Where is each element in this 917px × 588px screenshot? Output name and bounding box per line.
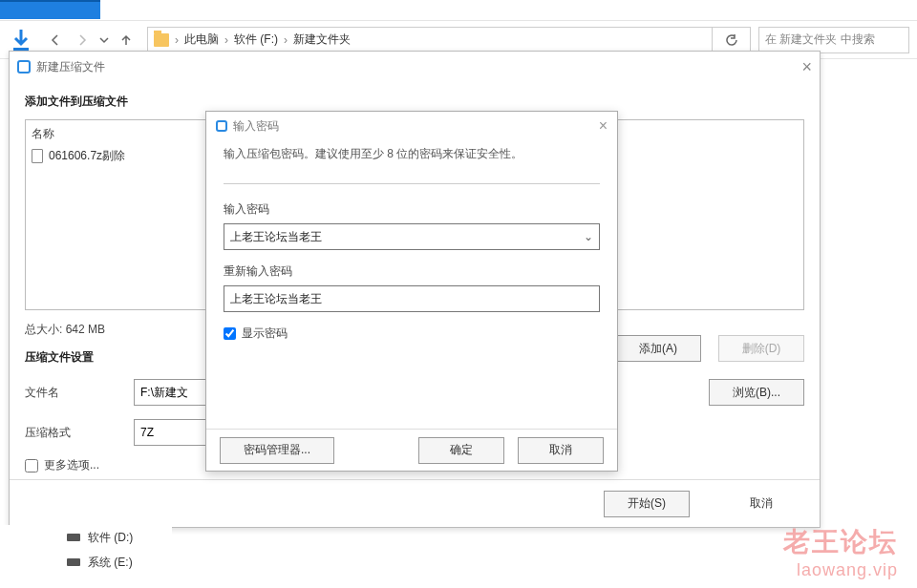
more-options-label: 更多选项...	[44, 457, 99, 473]
remove-button[interactable]: 删除(D)	[718, 335, 804, 362]
watermark: 老王论坛 laowang.vip	[783, 524, 898, 580]
format-label: 压缩格式	[25, 425, 120, 441]
forward-button[interactable]	[69, 27, 96, 53]
password-value: 上老王论坛当老王	[230, 229, 322, 245]
up-button[interactable]	[113, 27, 139, 53]
address-bar[interactable]: › 此电脑 › 软件 (F:) › 新建文件夹	[147, 27, 713, 53]
app-icon	[216, 120, 227, 132]
breadcrumb-drive[interactable]: 软件 (F:)	[234, 32, 278, 48]
sidebar-item-label: 软件 (D:)	[88, 530, 133, 546]
more-options-box[interactable]	[25, 459, 38, 472]
show-password-label: 显示密码	[242, 326, 288, 342]
chevron-down-icon[interactable]: ⌄	[584, 230, 593, 243]
selected-tab-indicator	[0, 0, 100, 19]
folder-icon	[154, 33, 169, 47]
cancel-button[interactable]: 取消	[718, 491, 804, 517]
refresh-button[interactable]	[713, 27, 751, 53]
download-icon	[0, 30, 42, 51]
sidebar-item-label: 系统 (E:)	[88, 555, 133, 571]
back-button[interactable]	[42, 27, 69, 53]
dialog2-titlebar: 输入密码 ×	[206, 112, 617, 140]
breadcrumb-folder[interactable]: 新建文件夹	[293, 32, 351, 48]
show-password-box[interactable]	[224, 327, 236, 340]
document-icon	[32, 149, 43, 163]
app-icon	[17, 60, 31, 74]
sidebar-item-drive-e[interactable]: 系统 (E:)	[0, 550, 172, 575]
start-button[interactable]: 开始(S)	[604, 491, 690, 517]
dialog1-close-icon[interactable]: ×	[801, 57, 812, 77]
password-label: 输入密码	[224, 201, 600, 218]
hdd-icon	[67, 558, 80, 566]
password-input[interactable]: 上老王论坛当老王 ⌄	[224, 223, 600, 250]
dialog1-title: 新建压缩文件	[36, 59, 105, 75]
dialog2-title: 输入密码	[233, 118, 279, 135]
filename-label: 文件名	[25, 385, 120, 401]
password-confirm-value: 上老王论坛当老王	[230, 291, 322, 307]
window-ribbon	[0, 0, 917, 21]
show-password-checkbox[interactable]: 显示密码	[224, 326, 600, 342]
add-button[interactable]: 添加(A)	[615, 335, 701, 362]
password-dialog: 输入密码 × 输入压缩包密码。建议使用至少 8 位的密码来保证安全性。 输入密码…	[205, 111, 618, 472]
sidebar-item-drive-d[interactable]: 软件 (D:)	[0, 525, 172, 550]
password-confirm-input[interactable]: 上老王论坛当老王	[224, 285, 600, 312]
hdd-icon	[67, 534, 80, 541]
password-hint: 输入压缩包密码。建议使用至少 8 位的密码来保证安全性。	[224, 146, 600, 162]
divider	[224, 183, 600, 184]
browse-button[interactable]: 浏览(B)...	[709, 379, 804, 406]
search-placeholder: 在 新建文件夹 中搜索	[765, 32, 875, 48]
file-name: 061606.7z剔除	[49, 148, 125, 164]
folder-tree: 软件 (D:) 系统 (E:)	[0, 525, 172, 575]
password-confirm-label: 重新输入密码	[224, 263, 600, 280]
cancel-button-2[interactable]: 取消	[518, 437, 604, 464]
breadcrumb-pc[interactable]: 此电脑	[184, 32, 219, 48]
search-input[interactable]: 在 新建文件夹 中搜索	[758, 27, 909, 53]
ok-button[interactable]: 确定	[418, 437, 504, 464]
history-dropdown[interactable]	[96, 27, 113, 53]
password-manager-button[interactable]: 密码管理器...	[220, 437, 334, 464]
add-files-label: 添加文件到压缩文件	[25, 94, 804, 110]
dialog1-titlebar: 新建压缩文件 ×	[10, 52, 820, 82]
dialog2-close-icon[interactable]: ×	[599, 117, 608, 135]
